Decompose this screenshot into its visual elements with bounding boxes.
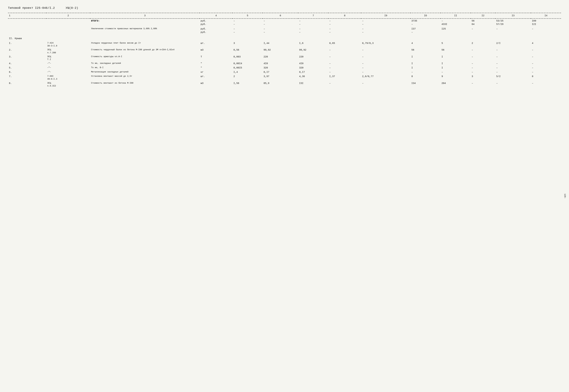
increase-col13: – <box>495 27 531 35</box>
increase-col6: –– <box>263 27 298 35</box>
row-desc-4: То же, закладных деталей <box>90 61 200 66</box>
col-header-14: I4 <box>531 13 561 18</box>
row-col11-3: I <box>441 55 471 61</box>
table-row-2: 2. ЗСЦп.7.280 Стоимость чердачный балок … <box>8 48 561 55</box>
row-col13-7: 5/2 <box>495 74 531 81</box>
col-header-13: I3 <box>495 13 531 18</box>
row-code-1: 7–42438–3–I.8 <box>46 41 90 48</box>
row-col13-4: – <box>495 61 531 66</box>
row-col9-5: – <box>361 66 410 70</box>
row-col7-2: 99,92 <box>298 48 328 55</box>
itogo-col6: –– <box>263 18 298 27</box>
col-header-10: IO <box>410 13 441 18</box>
row-col8-8: – <box>328 81 361 88</box>
row-col8-3: – <box>328 55 361 61</box>
row-num-7: 7. <box>8 74 46 81</box>
row-col13-6: – <box>495 70 531 74</box>
row-col8-6: – <box>328 70 361 74</box>
itogo-col13: 53/2557/29 <box>495 18 531 27</box>
row-code-7: 7–69I49–6–I.3 <box>46 74 90 81</box>
row-col10-3: I <box>410 55 441 61</box>
row-code-3: ЗСЦТ.I <box>46 55 90 61</box>
itogo-col11: –433I <box>441 18 471 27</box>
row-num-4: 4. <box>8 61 46 66</box>
row-col13-5: – <box>495 66 531 70</box>
row-col12-3: – <box>471 55 495 61</box>
table-row-4: 4. –"– То же, закладных деталей " 0,00I4… <box>8 61 561 66</box>
row-num-5: 5. <box>8 66 46 70</box>
row-col9-7: 2,6/0,77 <box>361 74 410 81</box>
row-col12-8: – <box>471 81 495 88</box>
row-col7-1: I,6 <box>298 41 328 48</box>
row-col9-6: – <box>361 70 410 74</box>
row-col6-8: 85,9 <box>263 81 298 88</box>
col-header-11: II <box>441 13 471 18</box>
col-header-3: 3 <box>90 13 200 18</box>
row-col14-2: – <box>531 48 561 55</box>
row-unit-7: шт. <box>200 74 232 81</box>
row-col8-2: – <box>328 48 361 55</box>
col-header-12: I2 <box>471 13 495 18</box>
row-col8-7: I,37 <box>328 74 361 81</box>
row-col12-5: – <box>471 66 495 70</box>
col-header-1: 1 <box>8 13 46 18</box>
increase-col7: –– <box>298 27 328 35</box>
row-col14-6: – <box>531 70 561 74</box>
col-header-8: 8 <box>328 13 361 18</box>
row-desc-6: Металлизация закладных деталей <box>90 70 200 74</box>
unit-line-2: руб. <box>201 23 232 26</box>
row-num-8: 8. <box>8 81 46 88</box>
row-num-3: 3. <box>8 55 46 61</box>
row-col5-3: 0,003 <box>232 55 263 61</box>
table-row-7: 7. 7–69I49–6–I.3 Установка вентшахт масс… <box>8 74 561 81</box>
main-table: 1 2 3 4 5 6 7 8 I9 IO II I2 I3 I4 ИТОГО: <box>8 13 561 88</box>
row-col14-8: – <box>531 81 561 88</box>
row-col12-7: 3 <box>471 74 495 81</box>
row-desc-8: Стоимость вентшахт из бетона М-I00 <box>90 81 200 88</box>
unit-line-1: руб. <box>201 19 232 23</box>
row-num-1: I. <box>8 41 46 48</box>
col-header-7: 7 <box>298 13 328 18</box>
row-unit-1: шт. <box>200 41 232 48</box>
itogo-col12: 5664 <box>471 18 495 27</box>
row-col14-5: – <box>531 66 561 70</box>
row-col5-2: 0,56 <box>232 48 263 55</box>
row-col10-8: I34 <box>410 81 441 88</box>
row-col9-1: 0,79/0,3 <box>361 41 410 48</box>
page-container: Типовой проект I25-046/I.2 УШ(8-2) 1 2 <box>8 6 561 88</box>
row-col10-4: I <box>410 61 441 66</box>
row-col5-8: I,56 <box>232 81 263 88</box>
row-col14-3: – <box>531 55 561 61</box>
section-header-roof: II. Крыша <box>8 35 561 41</box>
row-unit-4: " <box>200 61 232 66</box>
table-row-3: 3. ЗСЦТ.I Стоимость арматуры кл.А-I Т 0,… <box>8 55 561 61</box>
col-header-6: 6 <box>263 13 298 18</box>
row-col14-1: 4 <box>531 41 561 48</box>
row-col14-4: – <box>531 61 561 66</box>
row-col11-8: 204 <box>441 81 471 88</box>
row-col9-8: – <box>361 81 410 88</box>
row-col11-2: 56 <box>441 48 471 55</box>
row-col5-7: 2 <box>232 74 263 81</box>
row-col5-4: 0,00I4 <box>232 61 263 66</box>
row-col13-3: – <box>495 55 531 61</box>
row-col5-5: 0,00I5 <box>232 66 263 70</box>
row-code-6: –"– <box>46 70 90 74</box>
itogo-col8: –– <box>328 18 361 27</box>
row-desc-3: Стоимость арматуры кл.А-I <box>90 55 200 61</box>
row-col8-5: – <box>328 66 361 70</box>
itogo-col5: –– <box>232 18 263 27</box>
increase-label: Увеличение стоимости привозных материало… <box>90 27 200 35</box>
row-col10-2: 56 <box>410 48 441 55</box>
row-unit-3: Т <box>200 55 232 61</box>
itogo-col10: 3735– <box>410 18 441 27</box>
itogo-unit: руб. руб. <box>200 18 232 27</box>
row-col6-5: 320 <box>263 66 298 70</box>
table-row-1: I. 7–42438–3–I.8 Укладка чердачных плит … <box>8 41 561 48</box>
row-code-5: –"– <box>46 66 90 70</box>
row-col11-7: 9 <box>441 74 471 81</box>
row-unit-5: " <box>200 66 232 70</box>
itogo-col7: –– <box>298 18 328 27</box>
row-col14-7: 8 <box>531 74 561 81</box>
table-row-6: 6. –"– Металлизация закладных деталей кг… <box>8 70 561 74</box>
